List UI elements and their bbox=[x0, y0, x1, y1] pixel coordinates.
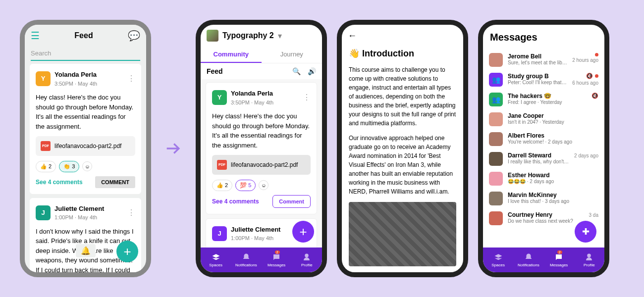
message-preview: Fred: I agree · Yesterday bbox=[508, 99, 587, 105]
phone-spaces: Typography 2 ▾ Community Journey Feed 🔍 … bbox=[196, 20, 327, 277]
page-title: Messages bbox=[483, 25, 604, 50]
reaction[interactable]: 👍2 bbox=[212, 180, 232, 191]
message-item[interactable]: Jane CooperIsn't it in 204? · Yesterday bbox=[483, 109, 604, 129]
nav-profile[interactable]: Profile bbox=[292, 248, 322, 272]
contact-name: Study group B bbox=[508, 73, 567, 80]
header: Typography 2 ▾ bbox=[201, 25, 322, 47]
compose-fab[interactable]: + bbox=[292, 221, 314, 243]
add-reaction-icon[interactable]: ☺ bbox=[82, 161, 92, 171]
nav-notifications[interactable]: Notifications bbox=[513, 248, 543, 272]
more-icon[interactable]: ⋮ bbox=[127, 73, 135, 85]
post-meta: 3:50PM · May 4th bbox=[231, 99, 273, 107]
author-name[interactable]: Yolanda Perla bbox=[54, 70, 97, 80]
message-item[interactable]: Albert FloresYou're welcome! · 2 days ag… bbox=[483, 129, 604, 149]
post-card: Y Yolanda Perla 3:50PM · May 4th ⋮ Hey c… bbox=[30, 64, 141, 194]
message-meta: 2 hours ago bbox=[572, 53, 598, 63]
author-name[interactable]: Juliette Clement bbox=[231, 225, 280, 235]
nav-profile[interactable]: Profile bbox=[574, 248, 604, 272]
chevron-down-icon[interactable]: ▾ bbox=[278, 31, 282, 41]
contact-name: Jane Cooper bbox=[508, 112, 593, 119]
avatar: 👥 bbox=[489, 73, 503, 87]
contact-name: Courtney Henry bbox=[508, 211, 584, 218]
message-preview: I really like this, why don't w… bbox=[508, 159, 569, 164]
avatar[interactable]: Y bbox=[36, 71, 51, 86]
nav-messages[interactable]: 2Messages bbox=[262, 248, 292, 272]
search-icon[interactable]: 🔍 bbox=[292, 67, 301, 75]
phone-course: ← 👋 Introduction This course aims to cha… bbox=[337, 20, 468, 277]
comment-button[interactable]: Comment bbox=[272, 195, 311, 208]
avatar[interactable]: J bbox=[36, 205, 51, 220]
avatar bbox=[489, 211, 503, 225]
search-input[interactable]: Search bbox=[31, 47, 140, 61]
phone-legacy: ☰ Feed 💬 Search Y Yolanda Perla 3:50PM ·… bbox=[20, 20, 151, 277]
contact-name: Darrell Steward bbox=[508, 152, 569, 159]
contact-name: Albert Flores bbox=[508, 132, 593, 139]
message-meta: 🔇6 hours ago bbox=[572, 73, 598, 86]
author-name[interactable]: Yolanda Perla bbox=[231, 89, 273, 99]
nav-notifications[interactable]: Notifications bbox=[231, 248, 261, 272]
reaction[interactable]: 💯5 bbox=[235, 180, 256, 191]
page-title: Feed bbox=[74, 31, 93, 40]
see-comments-link[interactable]: See 4 comments bbox=[212, 197, 259, 206]
message-item[interactable]: Marvin McKinneyI love this chat! · 3 day… bbox=[483, 189, 604, 208]
message-item[interactable]: 👥Study group BPeter: Cool! I'll keep tha… bbox=[483, 70, 604, 90]
tab-community[interactable]: Community bbox=[201, 47, 262, 63]
menu-icon[interactable]: ☰ bbox=[31, 30, 40, 42]
chat-icon[interactable]: 💬 bbox=[128, 30, 140, 42]
bottom-nav: Spaces Notifications 2Messages Profile bbox=[201, 248, 322, 272]
message-preview: Isn't it in 204? · Yesterday bbox=[508, 119, 593, 125]
sound-icon[interactable]: 🔊 bbox=[308, 67, 316, 75]
space-title[interactable]: Typography 2 bbox=[222, 31, 274, 40]
feed-label: Feed bbox=[207, 67, 223, 75]
space-icon[interactable] bbox=[207, 30, 218, 42]
avatar[interactable]: Y bbox=[212, 90, 227, 105]
add-reaction-icon[interactable]: ☺ bbox=[259, 180, 268, 190]
author-name[interactable]: Juliette Clement bbox=[54, 204, 104, 214]
attachment-name: lifeofanavocado-part2.pdf bbox=[231, 160, 298, 169]
avatar bbox=[489, 172, 503, 186]
message-item[interactable]: Esther Howard😂😂😂 · 2 days ago bbox=[483, 169, 604, 189]
reaction[interactable]: 👏3 bbox=[59, 161, 79, 172]
avatar[interactable]: J bbox=[212, 226, 227, 241]
mute-icon: 🔇 bbox=[591, 93, 598, 99]
comment-button[interactable]: COMMENT bbox=[95, 176, 135, 188]
pdf-icon: PDF bbox=[41, 141, 51, 151]
paragraph: Our innovative approach helped one gradu… bbox=[349, 134, 456, 196]
post-meta: 1:00PM · May 4th bbox=[54, 213, 104, 222]
message-meta: 3 da bbox=[589, 211, 598, 218]
compose-fab[interactable]: + bbox=[116, 241, 138, 262]
tab-journey[interactable]: Journey bbox=[262, 47, 322, 63]
reactions: 👍2 👏3 ☺ bbox=[36, 161, 135, 172]
message-item[interactable]: 👥The hackers 🤓Fred: I agree · Yesterday🔇 bbox=[483, 90, 604, 109]
nav-messages[interactable]: 2Messages bbox=[544, 248, 574, 272]
course-content: 👋 Introduction This course aims to chall… bbox=[342, 47, 463, 272]
attachment[interactable]: PDF lifeofanavocado-part2.pdf bbox=[36, 136, 135, 156]
message-item[interactable]: Jerome BellSure, let's meet at the libra… bbox=[483, 50, 604, 70]
unread-dot bbox=[595, 74, 598, 78]
reactions: 👍2 💯5 ☺ bbox=[212, 180, 311, 191]
post-meta: 1:00PM · May 4th bbox=[231, 234, 280, 243]
avatar bbox=[489, 53, 503, 67]
mute-icon: 🔇 bbox=[586, 73, 593, 79]
nav-spaces[interactable]: Spaces bbox=[483, 248, 513, 272]
nav-spaces[interactable]: Spaces bbox=[201, 248, 231, 272]
attachment[interactable]: PDF lifeofanavocado-part2.pdf bbox=[212, 155, 311, 175]
back-icon[interactable]: ← bbox=[342, 25, 463, 47]
post-meta: 3:50PM · May 4th bbox=[54, 80, 97, 88]
message-preview: 😂😂😂 · 2 days ago bbox=[508, 179, 593, 184]
more-icon[interactable]: ⋮ bbox=[303, 92, 311, 103]
page-title: 👋 Introduction bbox=[349, 47, 456, 60]
new-message-fab[interactable]: ✚ bbox=[575, 221, 596, 243]
paragraph: This course aims to challenge you to com… bbox=[349, 65, 456, 128]
pdf-icon: PDF bbox=[217, 160, 227, 170]
message-item[interactable]: Darrell StewardI really like this, why d… bbox=[483, 149, 604, 169]
post-card: Y Yolanda Perla 3:50PM · May 4th ⋮ Hey c… bbox=[206, 82, 317, 214]
reaction[interactable]: 👍2 bbox=[36, 161, 56, 172]
see-comments-link[interactable]: See 4 comments bbox=[36, 178, 83, 187]
course-image bbox=[349, 202, 456, 266]
paragraph: Ranked among the 10 best universities in… bbox=[349, 270, 456, 272]
message-meta: 2 days ago bbox=[574, 152, 598, 158]
bell-icon[interactable]: 🔔 bbox=[76, 244, 96, 257]
message-preview: You're welcome! · 2 days ago bbox=[508, 139, 593, 145]
more-icon[interactable]: ⋮ bbox=[127, 207, 135, 219]
